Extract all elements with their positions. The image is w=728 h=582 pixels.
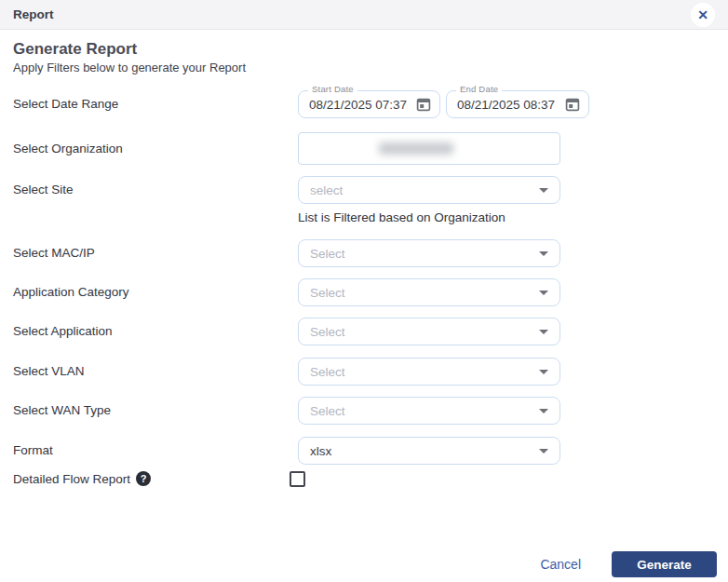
chevron-down-icon [539,449,548,453]
vlan-select[interactable]: Select [298,358,560,386]
generate-report-dialog: Report ✕ Generate Report Apply Filters b… [0,0,728,582]
start-date-floating-label: Start Date [308,84,357,94]
app-category-select[interactable]: Select [298,278,560,306]
site-select-placeholder: select [310,183,532,197]
site-helper-text: List is Filtered based on Organization [298,210,506,224]
app-category-select-placeholder: Select [310,286,532,300]
application-select-placeholder: Select [310,325,532,339]
wan-type-select-placeholder: Select [310,404,532,418]
mac-ip-select[interactable]: Select [298,239,560,267]
organization-label: Select Organization [13,132,123,165]
dialog-footer: Cancel Generate [540,551,717,577]
chevron-down-icon [539,291,548,295]
end-date-input[interactable] [457,98,561,112]
page-subtitle: Apply Filters below to generate your Rep… [13,61,246,74]
start-date-field[interactable]: Start Date [298,90,440,118]
organization-redacted-value [379,142,453,155]
application-label: Select Application [13,318,113,345]
page-title: Generate Report [13,40,137,59]
format-select-value: xlsx [310,444,532,458]
dialog-titlebar: Report ✕ [0,0,728,30]
site-label: Select Site [13,176,74,204]
vlan-select-placeholder: Select [310,365,532,379]
start-date-input[interactable] [309,98,412,112]
mac-ip-label: Select MAC/IP [13,239,95,267]
chevron-down-icon [539,330,548,334]
end-date-field[interactable]: End Date [446,90,589,118]
chevron-down-icon [539,409,548,413]
dialog-title: Report [13,7,54,21]
application-select[interactable]: Select [298,318,560,345]
calendar-icon[interactable] [416,97,431,112]
wan-type-label: Select WAN Type [13,397,111,425]
chevron-down-icon [539,251,548,256]
detailed-flow-label: Detailed Flow Report [13,472,130,486]
detailed-flow-label-wrap: Detailed Flow Report ? [13,471,151,486]
calendar-icon[interactable] [565,97,580,112]
date-range-label: Select Date Range [13,90,118,118]
end-date-floating-label: End Date [456,84,502,94]
organization-input[interactable] [298,132,560,165]
close-icon[interactable]: ✕ [691,3,715,27]
mac-ip-select-placeholder: Select [310,247,532,261]
chevron-down-icon [539,188,548,193]
wan-type-select[interactable]: Select [298,397,560,425]
format-select[interactable]: xlsx [298,437,560,465]
help-icon[interactable]: ? [136,471,151,486]
vlan-label: Select VLAN [13,358,85,386]
generate-button[interactable]: Generate [612,551,717,577]
cancel-button[interactable]: Cancel [540,557,581,572]
format-label: Format [13,437,53,465]
site-select[interactable]: select [298,176,560,204]
app-category-label: Application Category [13,278,129,306]
chevron-down-icon [539,370,548,374]
detailed-flow-checkbox[interactable] [290,471,305,487]
